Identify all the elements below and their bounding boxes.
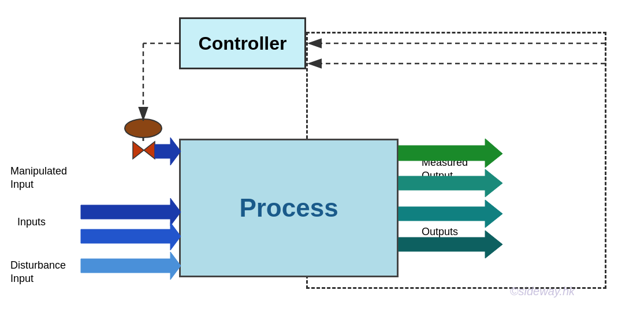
watermark: ©sideway.hk: [510, 285, 575, 298]
outputs-label: Outputs: [422, 225, 458, 239]
svg-marker-14: [155, 138, 181, 165]
svg-marker-17: [81, 252, 181, 280]
svg-marker-15: [81, 198, 181, 226]
manipulated-input-label: ManipulatedInput: [10, 165, 67, 192]
process-box: Process: [179, 139, 399, 277]
measured-output-label: MeasuredOutput: [422, 156, 468, 183]
svg-marker-16: [81, 222, 181, 250]
controller-box: Controller: [179, 17, 306, 69]
diagram-container: Controller Process ManipulatedInput Inpu…: [0, 0, 644, 327]
controller-label: Controller: [199, 33, 287, 54]
svg-marker-20: [399, 200, 502, 228]
svg-marker-7: [132, 139, 155, 162]
disturbance-input-label: DisturbanceInput: [10, 259, 66, 286]
svg-marker-8: [133, 142, 155, 159]
inputs-label: Inputs: [17, 215, 46, 229]
process-label: Process: [239, 194, 338, 222]
svg-point-6: [125, 119, 162, 138]
